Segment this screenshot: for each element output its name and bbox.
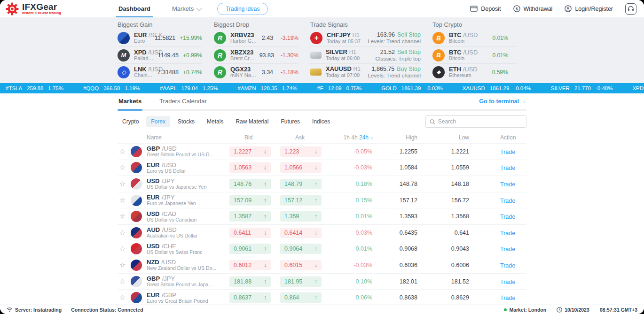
asset-icon: B xyxy=(432,32,445,44)
trading-ideas-button[interactable]: Trading ideas xyxy=(217,3,268,15)
favorite-star-icon[interactable]: ☆ xyxy=(118,212,131,221)
crypto-list-item[interactable]: B BTC /USD Bitcoin 0.01% xyxy=(432,46,517,63)
withdrawal-button[interactable]: $ Withdrawal xyxy=(513,5,553,12)
favorite-star-icon[interactable]: ☆ xyxy=(118,261,131,269)
favorite-star-icon[interactable]: ☆ xyxy=(118,163,131,172)
search-input[interactable] xyxy=(438,118,522,125)
asset-icon: ◆ xyxy=(432,66,445,78)
brand-logo[interactable]: IFXGear Instant IFXGear trading xyxy=(6,2,114,15)
trade-link[interactable]: Trade xyxy=(500,149,515,155)
nav-markets-label: Markets xyxy=(172,5,194,12)
trade-link[interactable]: Trade xyxy=(500,165,515,171)
direction-arrow-icon xyxy=(314,213,317,220)
crypto-list-item[interactable]: ◆ ETH /USD Ethereum 0.59% xyxy=(432,63,517,80)
currency-pair-flag-icon xyxy=(131,211,142,222)
low-value: 156.72 xyxy=(428,197,479,204)
trade-link[interactable]: Trade xyxy=(500,198,515,204)
trade-link[interactable]: Trade xyxy=(500,246,515,253)
category-tab[interactable]: Crypto xyxy=(118,116,143,127)
favorite-star-icon[interactable]: ☆ xyxy=(118,245,131,253)
table-row[interactable]: ☆ NZD /USD New Zealand Dollar vs US Do..… xyxy=(118,257,526,274)
drop-list-item[interactable]: R QGX23 miNY Natura... 3.34 -1.18% xyxy=(214,63,298,80)
low-value: 148.18 xyxy=(428,181,479,187)
ticker-change: 1.19% xyxy=(125,85,140,91)
nav-dashboard[interactable]: Dashboard xyxy=(118,0,150,17)
drop-list-item[interactable]: R XRBV23 Harbor Gaso... 2.43 -3.19% xyxy=(214,30,298,46)
search-box[interactable] xyxy=(425,115,526,128)
table-row[interactable]: ☆ EUR /USD Euro vs US Dollar 1.0563 1.05… xyxy=(118,160,526,176)
table-row[interactable]: ☆ GBP /JPY Great Britain Pound vs Japa..… xyxy=(118,274,526,290)
category-tab[interactable]: Futures xyxy=(276,116,305,127)
low-value: 0.641 xyxy=(428,230,479,236)
support-headset-button[interactable] xyxy=(625,3,636,15)
category-tab[interactable]: Raw Material xyxy=(231,116,273,127)
trade-link[interactable]: Trade xyxy=(500,181,515,188)
favorite-star-icon[interactable]: ☆ xyxy=(118,196,131,205)
asset-symbol: BTC xyxy=(449,49,462,56)
bid-price-pill: 157.09 xyxy=(229,195,271,206)
table-row[interactable]: ☆ EUR /JPY Euro vs Japanese Yen 157.09 1… xyxy=(118,192,526,209)
ticker-symbol: GOLD xyxy=(381,85,397,91)
favorite-star-icon[interactable]: ☆ xyxy=(118,147,131,156)
table-row[interactable]: ☆ USD /CHF US Dollar vs Swiss Franc 0.90… xyxy=(118,241,526,258)
time-display: 08:57:31 GMT+3 xyxy=(600,307,637,313)
trade-link[interactable]: Trade xyxy=(500,230,515,237)
bid-price-pill: 0.6012 xyxy=(229,260,271,270)
crypto-list-item[interactable]: B BTC /USD Bitcoin 0.01% xyxy=(432,30,517,46)
favorite-star-icon[interactable]: ☆ xyxy=(118,293,131,302)
category-tab[interactable]: Forex xyxy=(146,116,170,127)
table-row[interactable]: ☆ EUR /GBP Euro vs Great Britain Pound 0… xyxy=(118,290,526,305)
tab-traders-calendar[interactable]: Traders Calendar xyxy=(158,98,208,109)
currency-pair-flag-icon xyxy=(131,162,142,173)
favorite-star-icon[interactable]: ☆ xyxy=(118,229,131,237)
quote-currency: /CAD xyxy=(162,210,176,217)
tab-markets[interactable]: Markets xyxy=(118,98,142,109)
nav-dashboard-label: Dashboard xyxy=(118,5,150,12)
go-to-terminal-link[interactable]: Go to terminal → xyxy=(479,98,526,109)
change-active-label[interactable]: 24h xyxy=(359,134,369,141)
asset-change: +0.99% xyxy=(183,52,202,59)
deposit-button[interactable]: Deposit xyxy=(470,6,501,12)
table-row[interactable]: ☆ GBP /USD Great Britain Pound vs US D..… xyxy=(118,144,526,160)
biggest-drop-list: R XRBV23 Harbor Gaso... 2.43 -3.19% R XB… xyxy=(214,30,298,80)
category-tab[interactable]: Stocks xyxy=(173,116,199,127)
gain-list-item[interactable]: M XPD /USD Palladium 1149.45 +0.99% xyxy=(118,46,202,63)
base-currency: AUD xyxy=(147,226,160,233)
nav-markets[interactable]: Markets xyxy=(172,0,200,17)
signal-list-item[interactable]: XAUUSD H1 Today at 07:00 1,865.75Buy Sto… xyxy=(310,63,421,80)
bid-value: 0.9061 xyxy=(234,245,251,252)
bid-price-pill: 0.8637 xyxy=(229,292,271,303)
panel-title: Biggest Gain xyxy=(118,20,202,30)
trade-link[interactable]: Trade xyxy=(500,214,515,220)
table-row[interactable]: ☆ USD /CAD US Dollar vs Canadian 1.3587 … xyxy=(118,208,526,225)
favorite-star-icon[interactable]: ☆ xyxy=(118,277,131,286)
gain-list-item[interactable]: EUR /SEK Euro 11.5821 +15.99% xyxy=(118,30,202,46)
sort-arrows-icon[interactable]: ↑↓ xyxy=(370,136,372,140)
drop-list-item[interactable]: R XBZX23 Brent Crude... 93.83 -1.30% xyxy=(214,46,298,63)
login-register-button[interactable]: Login/Register xyxy=(565,5,613,12)
col-header-change[interactable]: 1h 4h 24h↑↓ xyxy=(331,134,376,141)
table-row[interactable]: ☆ USD /JPY US Dollar vs Japanese Yen 148… xyxy=(118,176,526,192)
category-tab[interactable]: Indices xyxy=(307,116,335,127)
table-row[interactable]: ☆ AUD /USD Australian vs US Dollar 0.641… xyxy=(118,225,526,241)
signal-list-item[interactable]: + CHFJPY H1 Today at 05:37 163.96Sell St… xyxy=(310,30,421,46)
signal-action: Sell Stop xyxy=(397,49,421,55)
favorite-star-icon[interactable]: ☆ xyxy=(118,180,131,188)
quote-currency: /JPY xyxy=(162,177,174,184)
category-tab[interactable]: Metals xyxy=(202,116,228,127)
asset-name: Bitcoin xyxy=(449,38,478,44)
gain-list-item[interactable]: ◇ LNK /USD Chainlink 7.31488 +0.74% xyxy=(118,63,202,80)
signal-list-item[interactable]: SILVER H1 Today at 06:00 21.52Sell Stop … xyxy=(310,46,421,63)
ask-value: 0.6414 xyxy=(284,230,302,236)
trade-link[interactable]: Trade xyxy=(500,262,515,269)
ticker-item: #AAPL 179.04 1.25% xyxy=(160,85,218,91)
signal-time: Today at 07:00 xyxy=(326,72,361,78)
asset-symbol: XBZX23 xyxy=(230,49,253,56)
ticker-change: 1.74% xyxy=(282,85,298,91)
instrument-description: US Dollar vs Canadian xyxy=(147,217,226,223)
trade-link[interactable]: Trade xyxy=(500,279,515,285)
ask-value: 148.79 xyxy=(284,181,302,187)
trade-link[interactable]: Trade xyxy=(500,295,515,301)
change-24h-value: 0.01% xyxy=(331,213,376,220)
bid-value: 1.3587 xyxy=(234,213,251,220)
